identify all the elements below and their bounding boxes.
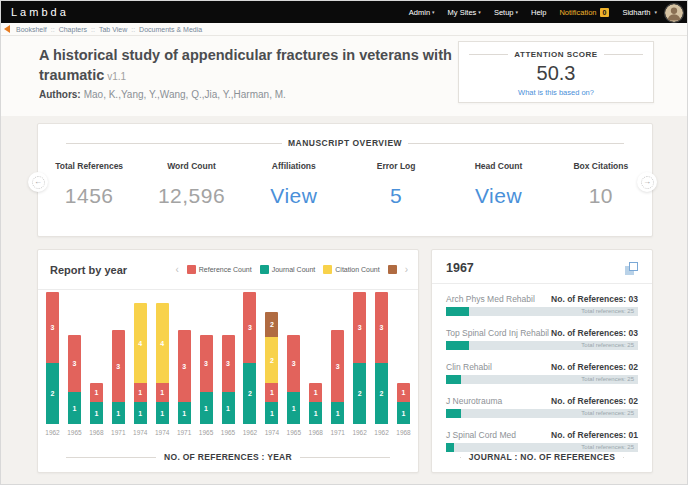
back-arrow-icon[interactable]	[4, 25, 10, 33]
bar-1971[interactable]: 13	[331, 330, 344, 424]
journal-progress-fill	[446, 341, 469, 350]
breadcrumb-separator: ::	[131, 26, 135, 33]
copy-icon[interactable]	[625, 262, 638, 275]
journal-name[interactable]: Arch Phys Med Rehabil	[446, 294, 535, 304]
nav-item-notification[interactable]: Notification 0	[559, 8, 609, 17]
journal-name[interactable]: Clin Rehabil	[446, 362, 492, 372]
bar-1962[interactable]: 23	[243, 292, 256, 424]
journal-name[interactable]: J Spinal Cord Med	[446, 430, 516, 440]
attention-score-link[interactable]: What is this based on?	[459, 88, 653, 97]
nav-item-setup[interactable]: Setup▾	[494, 8, 518, 17]
bar-column: 231962	[241, 292, 258, 436]
breadcrumb-item-documents-media[interactable]: Documents & Media	[139, 26, 202, 33]
legend-item-reference-count[interactable]: Reference Count	[187, 265, 252, 274]
journal-row-j-spinal-cord-med: J Spinal Cord MedNo. of References: 01To…	[446, 430, 638, 452]
bar-x-label: 1962	[374, 429, 388, 436]
bar-1965[interactable]: 13	[222, 335, 235, 424]
bar-1968[interactable]: 11	[309, 383, 322, 424]
bar-segment-reference-count: 1	[309, 383, 322, 402]
metric-error-log: Error Log5	[345, 161, 447, 208]
legend-swatch	[323, 265, 332, 274]
divider	[623, 457, 624, 458]
attention-score-value: 50.3	[459, 62, 653, 85]
bar-segment-journal-count: 1	[265, 402, 278, 424]
chevron-down-icon: ▾	[654, 9, 657, 15]
journal-total-label: Total references: 25	[581, 307, 634, 316]
journal-name[interactable]: Top Spinal Cord Inj Rehabil	[446, 328, 549, 338]
nav-item-help[interactable]: Help	[531, 8, 546, 17]
bar-1974[interactable]: 114	[134, 303, 147, 424]
legend-next-icon[interactable]: ›	[405, 265, 408, 275]
metric-label: Total References	[38, 161, 140, 171]
bar-segment-reference-count: 1	[156, 383, 169, 402]
legend-item-journal-count[interactable]: Journal Count	[260, 265, 316, 274]
user-avatar[interactable]	[665, 4, 683, 22]
metric-head-count: Head CountView	[447, 161, 549, 208]
journal-name[interactable]: J Neurotrauma	[446, 396, 502, 406]
journal-row-clin-rehabil: Clin RehabilNo. of References: 02Total r…	[446, 362, 638, 384]
bar-x-label: 1968	[309, 429, 323, 436]
bar-x-label: 1968	[396, 429, 410, 436]
bar-1974[interactable]: 114	[156, 303, 169, 424]
bar-1962[interactable]: 23	[353, 292, 366, 424]
nav-item-admin[interactable]: Admin▾	[409, 8, 435, 17]
journal-row-j-neurotrauma: J NeurotraumaNo. of References: 02Total …	[446, 396, 638, 418]
bar-segment-reference-count: 3	[200, 335, 213, 392]
journal-total-label: Total references: 25	[581, 409, 634, 418]
journal-row-top-spinal-cord-inj-rehabil: Top Spinal Cord Inj RehabilNo. of Refere…	[446, 328, 638, 350]
bar-column: 231962	[373, 292, 390, 436]
breadcrumb-item-tab-view[interactable]: Tab View	[99, 26, 127, 33]
bar-segment-reference-count: 3	[178, 330, 191, 402]
bar-1962[interactable]: 23	[375, 292, 388, 424]
breadcrumb: Bookshelf::Chapters::Tab View::Documents…	[1, 23, 687, 36]
bar-x-label: 1965	[199, 429, 213, 436]
document-version: v1.1	[107, 71, 126, 82]
bar-1962[interactable]: 23	[46, 292, 59, 424]
nav-item-user[interactable]: Sidharth ▾	[622, 8, 657, 17]
carousel-next-button[interactable]: →	[637, 172, 657, 192]
bar-x-label: 1971	[111, 429, 125, 436]
bar-segment-journal-count: 2	[243, 363, 256, 424]
attention-score-card: ATTENTION SCORE 50.3 What is this based …	[458, 41, 654, 103]
bar-column: 231962	[44, 292, 61, 436]
metric-label: Error Log	[345, 161, 447, 171]
metric-label: Affiliations	[243, 161, 345, 171]
bar-1968[interactable]: 11	[397, 383, 410, 424]
bar-1971[interactable]: 13	[112, 330, 125, 424]
breadcrumb-item-chapters[interactable]: Chapters	[59, 26, 87, 33]
legend-item-more[interactable]	[388, 265, 397, 274]
nav-item-my-sites[interactable]: My Sites▾	[448, 8, 481, 17]
attention-score-title: ATTENTION SCORE	[514, 50, 597, 59]
legend-swatch	[260, 265, 269, 274]
journal-row-head: Arch Phys Med RehabilNo. of References: …	[446, 294, 638, 304]
bar-segment-journal-count: 1	[68, 392, 81, 424]
chart-legend: ‹ Reference CountJournal CountCitation C…	[175, 265, 408, 275]
bar-1974[interactable]: 1122	[265, 312, 278, 424]
breadcrumb-separator: ::	[51, 26, 55, 33]
bar-x-label: 1965	[221, 429, 235, 436]
legend-swatch	[187, 265, 196, 274]
bar-1965[interactable]: 13	[287, 335, 300, 424]
report-by-year-card: Report by year ‹ Reference CountJournal …	[37, 249, 419, 473]
metric-value[interactable]: View	[243, 184, 345, 208]
bar-x-label: 1971	[177, 429, 191, 436]
carousel-prev-button[interactable]: ←	[28, 172, 48, 192]
metric-value: 1456	[38, 184, 140, 208]
bar-x-label: 1974	[265, 429, 279, 436]
bar-1971[interactable]: 13	[178, 330, 191, 424]
legend-prev-icon[interactable]: ‹	[175, 265, 178, 275]
bar-column: 131965	[198, 335, 215, 436]
metric-value[interactable]: 5	[345, 184, 447, 208]
bar-1968[interactable]: 11	[90, 383, 103, 424]
manuscript-overview-card: MANUSCRIPT OVERVIEW Total References1456…	[37, 123, 653, 237]
bar-segment-citation-count: 4	[156, 303, 169, 383]
metric-word-count: Word Count12,596	[140, 161, 242, 208]
metric-value[interactable]: View	[447, 184, 549, 208]
breadcrumb-item-bookshelf[interactable]: Bookshelf	[16, 26, 47, 33]
bar-1965[interactable]: 13	[68, 335, 81, 424]
arrow-right-icon: →	[641, 176, 654, 189]
legend-item-citation-count[interactable]: Citation Count	[323, 265, 379, 274]
chart-title: Report by year	[50, 264, 127, 276]
bar-segment-citation-count: 2	[265, 337, 278, 383]
bar-1965[interactable]: 13	[200, 335, 213, 424]
